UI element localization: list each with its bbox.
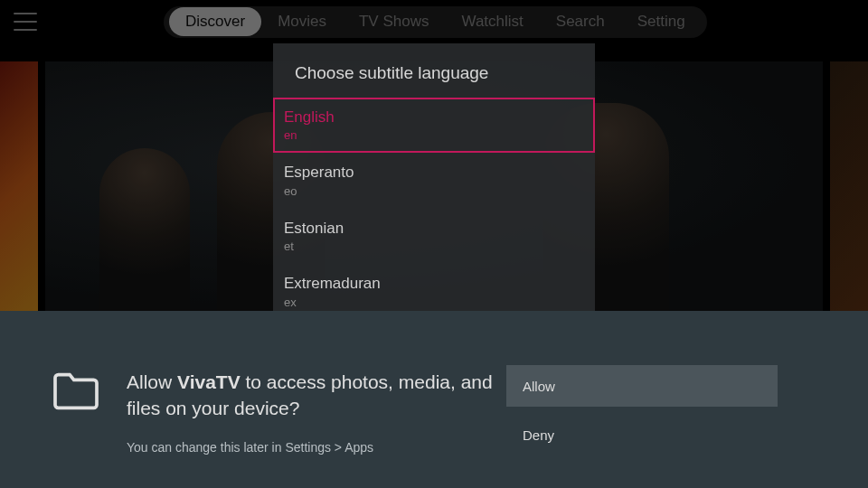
language-name: Esperanto [284,164,584,182]
permission-dialog: Allow VivaTV to access photos, media, an… [0,311,868,488]
permission-text: Allow VivaTV to access photos, media, an… [127,369,506,455]
language-option-english[interactable]: English en [273,98,595,153]
language-name: Extremaduran [284,275,584,293]
permission-title: Allow VivaTV to access photos, media, an… [127,369,506,422]
deny-button[interactable]: Deny [506,414,778,455]
language-option-extremaduran[interactable]: Extremaduran ex [273,264,595,311]
language-name: Estonian [284,220,584,238]
language-code: en [284,128,584,142]
language-name: English [284,108,584,127]
language-option-esperanto[interactable]: Esperanto eo [273,153,595,208]
permission-subtext: You can change this later in Settings > … [127,440,506,455]
permission-prefix: Allow [127,371,177,392]
language-code: et [284,239,584,253]
language-code: ex [284,296,584,309]
permission-app-name: VivaTV [177,371,241,392]
folder-icon [51,371,101,412]
app-root: Discover Movies TV Shows Watchlist Searc… [0,0,868,488]
permission-buttons: Allow Deny [506,365,778,455]
language-code: eo [284,184,584,198]
language-option-estonian[interactable]: Estonian et [273,209,595,264]
subtitle-language-dialog: Choose subtitle language English en Espe… [273,43,595,311]
dialog-title: Choose subtitle language [273,43,595,98]
allow-button[interactable]: Allow [506,365,778,407]
